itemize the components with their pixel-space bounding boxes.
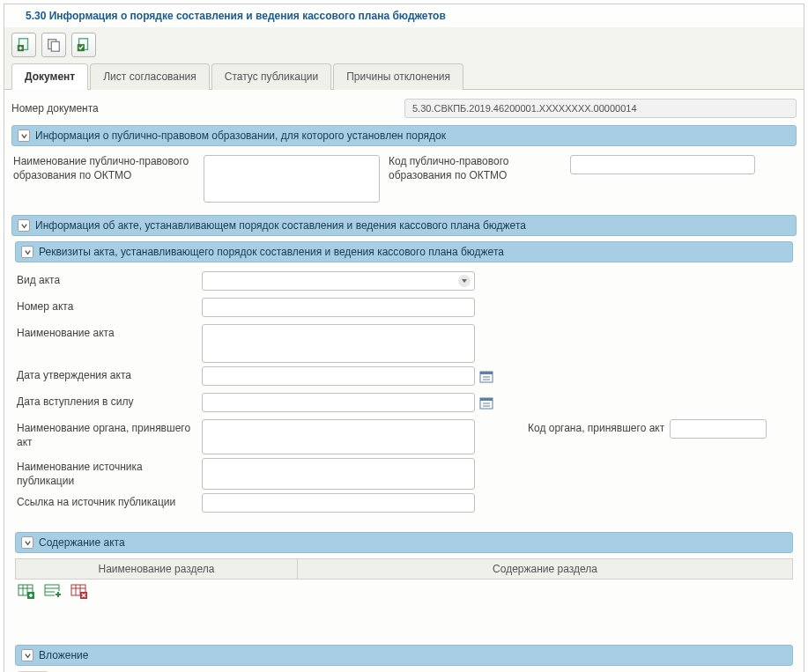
- table-plus-green-icon: [44, 584, 62, 600]
- table-plus-icon: [18, 584, 35, 600]
- act-name-input[interactable]: [202, 324, 475, 363]
- content-area: Номер документа 5.30.СВКПБ.2019.46200001…: [4, 90, 804, 672]
- svg-marker-8: [462, 279, 467, 283]
- act-number-input[interactable]: [202, 298, 475, 317]
- approve-date-label: Дата утверждения акта: [17, 366, 202, 383]
- chevron-down-icon: [20, 132, 28, 140]
- grid-col-name: Наименование раздела: [16, 559, 298, 579]
- pub-link-label: Ссылка на источник публикации: [17, 493, 202, 510]
- collapse-toggle-attachment[interactable]: [21, 649, 33, 661]
- act-type-select[interactable]: [202, 271, 475, 291]
- collapse-toggle-ppo[interactable]: [18, 129, 30, 142]
- body-code-label: Код органа, принявшего акт: [528, 422, 664, 436]
- tab-rejection-reasons[interactable]: Причины отклонения: [333, 63, 463, 90]
- chevron-down-icon: [24, 248, 32, 256]
- calendar-button-approve[interactable]: [478, 368, 494, 384]
- section-act-req-header: Реквизиты акта, устанавливающего порядок…: [15, 241, 793, 262]
- collapse-toggle-act-info[interactable]: [18, 219, 30, 232]
- pub-source-input[interactable]: [202, 458, 475, 490]
- calendar-icon: [479, 395, 493, 410]
- create-button[interactable]: [11, 33, 36, 57]
- calendar-icon: [479, 369, 493, 383]
- body-code-input[interactable]: [670, 419, 767, 439]
- approve-date-input[interactable]: [202, 366, 475, 386]
- ppo-name-input[interactable]: [204, 155, 380, 203]
- ppo-code-label: Код публично-правового образования по ОК…: [389, 155, 565, 182]
- copy-icon: [46, 37, 62, 53]
- page-title: 5.30 Информация о порядке составления и …: [4, 4, 804, 27]
- chevron-down-icon: [24, 539, 32, 547]
- section-act-info-title: Информация об акте, устанавливающем поря…: [35, 219, 526, 232]
- dropdown-arrow-icon: [458, 275, 471, 287]
- grid-header: Наименование раздела Содержание раздела: [15, 558, 793, 580]
- section-attachment-title: Вложение: [39, 649, 88, 661]
- copy-button[interactable]: [41, 33, 66, 57]
- chevron-down-icon: [20, 222, 28, 230]
- act-type-label: Вид акта: [17, 271, 202, 288]
- act-number-label: Номер акта: [17, 298, 202, 314]
- collapse-toggle-act-req[interactable]: [21, 246, 33, 258]
- tabs: Документ Лист согласования Статус публик…: [4, 63, 804, 90]
- svg-rect-14: [480, 398, 493, 401]
- calendar-button-effective[interactable]: [478, 395, 494, 410]
- page-plus-icon: [16, 37, 32, 53]
- section-ppo-title: Информация о публично-правовом образован…: [35, 129, 446, 142]
- approve-button[interactable]: [71, 33, 96, 57]
- ppo-name-label: Наименование публично-правового образова…: [13, 155, 198, 182]
- section-attachment-header: Вложение: [15, 645, 793, 666]
- grid-col-content: Содержание раздела: [298, 559, 792, 579]
- body-name-label: Наименование органа, принявшего акт: [17, 419, 202, 449]
- section-act-content-header: Содержание акта: [15, 532, 793, 553]
- effective-date-input[interactable]: [202, 393, 475, 412]
- doc-number-label: Номер документа: [11, 102, 99, 114]
- pub-link-input[interactable]: [202, 493, 475, 513]
- add-row-button[interactable]: [17, 583, 36, 601]
- act-name-label: Наименование акта: [17, 324, 202, 341]
- grid-toolbar: [15, 580, 793, 604]
- tab-approval-sheet[interactable]: Лист согласования: [90, 63, 210, 90]
- body-name-input[interactable]: [202, 419, 475, 454]
- svg-rect-10: [480, 372, 493, 374]
- tab-document[interactable]: Документ: [11, 63, 88, 90]
- toolbar: [4, 27, 804, 63]
- pub-source-label: Наименование источника публикации: [17, 458, 202, 488]
- section-act-info-header: Информация об акте, устанавливающем поря…: [11, 215, 797, 236]
- tab-publication-status[interactable]: Статус публикации: [211, 63, 331, 90]
- effective-date-label: Дата вступления в силу: [17, 393, 202, 410]
- doc-number-value: 5.30.СВКПБ.2019.46200001.XXXXXXXX.000000…: [404, 99, 797, 118]
- ppo-code-input[interactable]: [570, 155, 755, 174]
- section-act-content-title: Содержание акта: [39, 536, 125, 549]
- collapse-toggle-act-content[interactable]: [21, 536, 33, 549]
- chevron-down-icon: [24, 652, 32, 660]
- page-check-icon: [76, 37, 92, 53]
- export-excel-button[interactable]: [70, 583, 89, 601]
- add-rows-button[interactable]: [43, 583, 63, 601]
- excel-icon: [70, 584, 88, 600]
- svg-rect-5: [51, 41, 59, 51]
- section-act-req-title: Реквизиты акта, устанавливающего порядок…: [39, 246, 504, 258]
- section-ppo-header: Информация о публично-правовом образован…: [11, 125, 797, 146]
